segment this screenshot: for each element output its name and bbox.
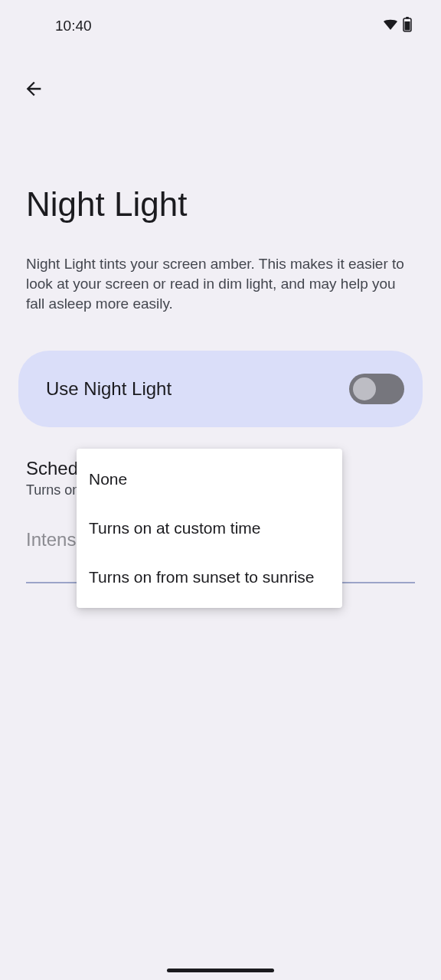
- status-icons: [383, 17, 412, 36]
- status-time: 10:40: [55, 18, 92, 34]
- page-title: Night Light: [0, 101, 441, 224]
- use-night-light-toggle-row[interactable]: Use Night Light: [18, 351, 423, 427]
- nav-handle[interactable]: [167, 969, 274, 972]
- popup-option-sunset-sunrise[interactable]: Turns on from sunset to sunrise: [77, 553, 342, 602]
- schedule-popup-menu: None Turns on at custom time Turns on fr…: [77, 449, 342, 608]
- switch-knob: [353, 377, 376, 400]
- svg-rect-1: [406, 17, 409, 19]
- toggle-switch[interactable]: [349, 374, 404, 404]
- toggle-label: Use Night Light: [46, 378, 172, 400]
- popup-option-custom-time[interactable]: Turns on at custom time: [77, 504, 342, 553]
- battery-icon: [403, 17, 412, 36]
- page-description: Night Light tints your screen amber. Thi…: [0, 224, 441, 314]
- svg-rect-2: [405, 21, 410, 31]
- popup-option-none[interactable]: None: [77, 455, 342, 504]
- back-button[interactable]: [21, 77, 46, 101]
- wifi-icon: [383, 18, 398, 34]
- status-bar: 10:40: [0, 0, 441, 41]
- arrow-back-icon: [23, 78, 44, 100]
